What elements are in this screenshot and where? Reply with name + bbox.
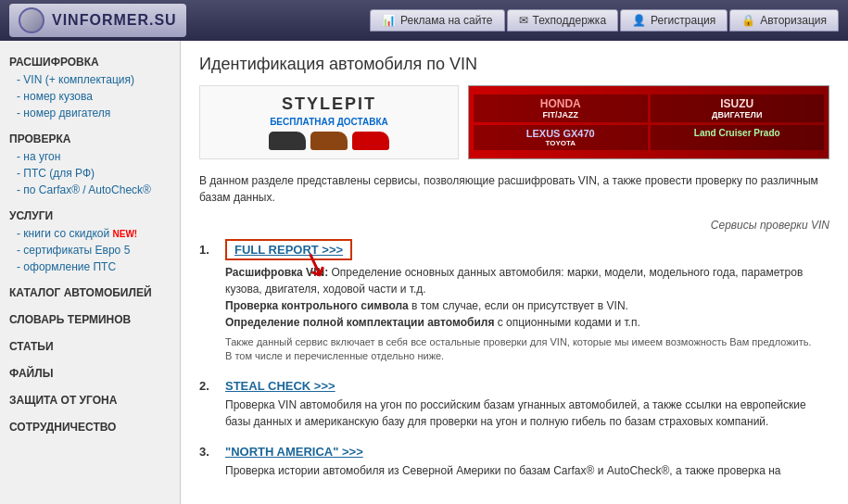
service-3-number: 3. bbox=[199, 445, 218, 459]
service-item-full-report: 1. FULL REPORT >>> Расшифровка VIN: Опре… bbox=[199, 239, 829, 364]
sidebar-section-articles[interactable]: СТАТЬИ bbox=[0, 334, 180, 356]
steal-check-link[interactable]: STEAL CHECK >>> bbox=[225, 379, 335, 393]
email-icon: ✉ bbox=[519, 14, 528, 27]
service-item-steal-check: 2. STEAL CHECK >>> Проверка VIN автомоби… bbox=[199, 379, 829, 430]
sidebar-section-antitheft[interactable]: ЗАЩИТА ОТ УГОНА bbox=[0, 388, 180, 410]
sidebar-section-cooperation[interactable]: СОТРУДНИЧЕСТВО bbox=[0, 415, 180, 436]
sidebar-section-catalog[interactable]: КАТАЛОГ АВТОМОБИЛЕЙ bbox=[0, 281, 180, 302]
isuzu-brand: ISUZU ДВИГАТЕЛИ bbox=[651, 94, 825, 122]
logo-circle-icon bbox=[19, 7, 44, 33]
main-layout: РАСШИФРОВКА - VIN (+ комплектация) - ном… bbox=[0, 41, 848, 504]
sidebar-item-body-number[interactable]: - номер кузова bbox=[0, 88, 180, 105]
service-2-header: 2. STEAL CHECK >>> bbox=[199, 379, 829, 393]
nav-tab-register[interactable]: 👤 Регистрация bbox=[620, 9, 728, 32]
service-1-header: 1. FULL REPORT >>> bbox=[199, 239, 829, 260]
content-area: ↘ Идентификация автомобиля по VIN STYLEP… bbox=[181, 41, 848, 504]
shoe-icon-3 bbox=[352, 132, 389, 150]
service-2-number: 2. bbox=[199, 379, 218, 393]
sidebar-item-books[interactable]: - книги со скидкой NEW! bbox=[0, 225, 180, 242]
sidebar-item-pts[interactable]: - ПТС (для РФ) bbox=[0, 165, 180, 182]
ad-banner-cars[interactable]: HONDA FIT/JAZZ ISUZU ДВИГАТЕЛИ LEXUS GX4… bbox=[468, 85, 829, 159]
nav-tab-ads[interactable]: 📊 Реклама на сайте bbox=[370, 9, 505, 32]
honda-brand: HONDA FIT/JAZZ bbox=[474, 94, 648, 122]
service-2-desc: Проверка VIN автомобиля на угон по росси… bbox=[199, 397, 829, 430]
service-item-north-america: 3. "NORTH AMERICA" >>> Проверка истории … bbox=[199, 445, 829, 479]
north-america-link[interactable]: "NORTH AMERICA" >>> bbox=[225, 445, 363, 459]
nav-tabs: 📊 Реклама на сайте ✉ Техподдержка 👤 Реги… bbox=[370, 9, 839, 32]
service-3-desc: Проверка истории автомобиля из Северной … bbox=[199, 462, 829, 479]
shoe-icon-1 bbox=[269, 132, 306, 150]
nav-tab-support[interactable]: ✉ Техподдержка bbox=[507, 9, 619, 32]
nav-tab-auth[interactable]: 🔒 Авторизация bbox=[729, 9, 839, 32]
sidebar-section-decoding: РАСШИФРОВКА bbox=[0, 50, 180, 71]
lock-icon: 🔒 bbox=[741, 14, 755, 27]
service-1-number: 1. bbox=[199, 243, 218, 257]
user-icon: 👤 bbox=[632, 14, 646, 27]
chart-icon: 📊 bbox=[382, 14, 396, 27]
page-title: Идентификация автомобиля по VIN bbox=[199, 55, 829, 74]
ad-cars-grid: HONDA FIT/JAZZ ISUZU ДВИГАТЕЛИ LEXUS GX4… bbox=[474, 94, 824, 150]
stylepit-logo: STYLEPIT bbox=[282, 94, 376, 114]
services-header: Сервисы проверки VIN bbox=[199, 219, 829, 232]
sidebar-item-euro5[interactable]: - сертификаты Евро 5 bbox=[0, 242, 180, 258]
ad-banner-stylepit[interactable]: STYLEPIT БЕСПЛАТНАЯ ДОСТАВКА bbox=[199, 85, 459, 159]
shoe-icon-2 bbox=[310, 132, 348, 150]
sidebar-item-theft[interactable]: - на угон bbox=[0, 148, 180, 165]
sidebar-item-pts-reg[interactable]: - оформление ПТС bbox=[0, 258, 180, 275]
sidebar-section-glossary[interactable]: СЛОВАРЬ ТЕРМИНОВ bbox=[0, 308, 180, 329]
service-1-bold-3: Определение полной комплектации автомоби… bbox=[225, 316, 494, 329]
sidebar-section-files[interactable]: ФАЙЛЫ bbox=[0, 361, 180, 383]
new-badge: NEW! bbox=[113, 229, 138, 239]
header: VINFORMER.SU 📊 Реклама на сайте ✉ Техпод… bbox=[0, 0, 848, 41]
sidebar-item-carfax[interactable]: - по Carfax® / AutoCheck® bbox=[0, 182, 180, 198]
logo-text: VINFORMER.SU bbox=[52, 12, 177, 29]
intro-description: В данном разделе представлены сервисы, п… bbox=[199, 172, 829, 206]
logo-area: VINFORMER.SU bbox=[9, 4, 186, 37]
lexus-brand: LEXUS GX470 TOYOTA bbox=[474, 125, 648, 150]
stylepit-sub: БЕСПЛАТНАЯ ДОСТАВКА bbox=[270, 117, 388, 127]
shoe-icons bbox=[269, 132, 389, 150]
ad-row: STYLEPIT БЕСПЛАТНАЯ ДОСТАВКА HONDA FIT/J… bbox=[199, 85, 829, 159]
service-3-header: 3. "NORTH AMERICA" >>> bbox=[199, 445, 829, 459]
sidebar: РАСШИФРОВКА - VIN (+ комплектация) - ном… bbox=[0, 41, 181, 504]
service-1-bold-2: Проверка контрольного символа bbox=[225, 299, 409, 312]
sidebar-item-engine-number[interactable]: - номер двигателя bbox=[0, 105, 180, 121]
toyota-brand: Land Cruiser Prado bbox=[651, 125, 825, 150]
sidebar-section-services: УСЛУГИ bbox=[0, 204, 180, 225]
sidebar-item-vin[interactable]: - VIN (+ комплектация) bbox=[0, 71, 180, 88]
service-1-note: Также данный сервис включает в себя все … bbox=[199, 335, 829, 364]
service-1-desc: Расшифровка VIN: Определение основных да… bbox=[199, 264, 829, 331]
sidebar-section-check: ПРОВЕРКА bbox=[0, 127, 180, 148]
